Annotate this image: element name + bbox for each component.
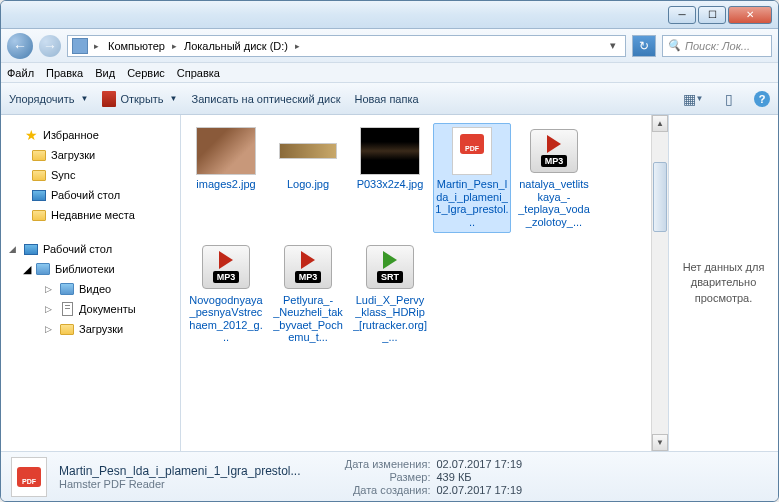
- folder-icon: [60, 324, 74, 335]
- drive-icon: [72, 38, 88, 54]
- file-item[interactable]: MP3Petlyura_-_Neuzheli_tak_byvaet_Pochem…: [269, 239, 347, 349]
- mp3-thumbnail: MP3: [278, 243, 338, 291]
- meta-label: Размер:: [320, 471, 430, 483]
- scroll-down-button[interactable]: ▼: [652, 434, 668, 451]
- maximize-button[interactable]: ☐: [698, 6, 726, 24]
- organize-button[interactable]: Упорядочить▼: [9, 93, 88, 105]
- menubar: Файл Правка Вид Сервис Справка: [1, 63, 778, 83]
- meta-value: 02.07.2017 17:19: [436, 484, 522, 496]
- close-button[interactable]: ✕: [728, 6, 772, 24]
- file-item[interactable]: MP3Novogodnyaya_pesnyaVstrechaem_2012_g.…: [187, 239, 265, 349]
- address-dropdown[interactable]: ▾: [605, 39, 621, 52]
- navbar: ← → ▸ Компьютер ▸ Локальный диск (D:) ▸ …: [1, 29, 778, 63]
- preview-pane: Нет данных для дварительно просмотра.: [668, 115, 778, 451]
- expand-icon: ▷: [45, 304, 55, 314]
- desktop-icon: [24, 244, 38, 255]
- file-name-label: natalya_vetlitskaya_-_teplaya_voda_zolot…: [517, 178, 591, 229]
- file-name-label: Martin_Pesn_lda_i_plameni_1_Igra_prestol…: [435, 178, 509, 229]
- file-name-label: Ludi_X_Pervy_klass_HDRip_[rutracker.org]…: [353, 294, 427, 345]
- file-name-label: Logo.jpg: [287, 178, 329, 191]
- status-meta-row: Дата изменения:02.07.2017 17:19: [320, 458, 522, 470]
- expand-icon: ◢: [23, 263, 31, 276]
- breadcrumb: Компьютер ▸ Локальный диск (D:) ▸: [105, 40, 302, 52]
- file-item[interactable]: SRTLudi_X_Pervy_klass_HDRip_[rutracker.o…: [351, 239, 429, 349]
- star-icon: ★: [23, 127, 39, 143]
- view-options-button[interactable]: ▦ ▼: [682, 88, 704, 110]
- file-item[interactable]: Logo.jpg: [269, 123, 347, 233]
- sidebar-item-downloads[interactable]: Загрузки: [5, 145, 176, 165]
- folder-icon: [32, 170, 46, 181]
- sidebar-favorites[interactable]: ★ Избранное: [5, 125, 176, 145]
- sidebar-item-desktop[interactable]: Рабочий стол: [5, 185, 176, 205]
- scrollbar-vertical[interactable]: ▲ ▼: [651, 115, 668, 451]
- crumb-drive[interactable]: Локальный диск (D:): [181, 40, 291, 52]
- image-thumbnail: [360, 127, 420, 175]
- file-item[interactable]: P033x2z4.jpg: [351, 123, 429, 233]
- search-input[interactable]: 🔍 Поиск: Лок...: [662, 35, 772, 57]
- sidebar-libraries[interactable]: ◢ Библиотеки: [5, 259, 176, 279]
- menu-view[interactable]: Вид: [95, 67, 115, 79]
- new-folder-button[interactable]: Новая папка: [354, 93, 418, 105]
- menu-edit[interactable]: Правка: [46, 67, 83, 79]
- video-icon: [60, 283, 74, 295]
- meta-label: Дата создания:: [320, 484, 430, 496]
- meta-value: 439 КБ: [436, 471, 471, 483]
- menu-tools[interactable]: Сервис: [127, 67, 165, 79]
- expand-icon: ▷: [45, 324, 55, 334]
- sidebar: ★ Избранное Загрузки Sync Рабочий стол Н…: [1, 115, 181, 451]
- expand-icon: ▷: [45, 284, 55, 294]
- file-item[interactable]: images2.jpg: [187, 123, 265, 233]
- scroll-up-button[interactable]: ▲: [652, 115, 668, 132]
- libraries-icon: [36, 263, 50, 275]
- sidebar-item-sync[interactable]: Sync: [5, 165, 176, 185]
- srt-thumbnail: SRT: [360, 243, 420, 291]
- scroll-thumb[interactable]: [653, 162, 667, 232]
- open-button[interactable]: Открыть▼: [102, 91, 177, 107]
- preview-pane-button[interactable]: ▯: [718, 88, 740, 110]
- statusbar: PDF Martin_Pesn_lda_i_plameni_1_Igra_pre…: [1, 451, 778, 501]
- status-meta-row: Размер:439 КБ: [320, 471, 522, 483]
- pdf-app-icon: [102, 91, 116, 107]
- menu-file[interactable]: Файл: [7, 67, 34, 79]
- file-content-area[interactable]: jpg images2.jpgLogo.jpgP033x2z4.jpgPDFMa…: [181, 115, 651, 451]
- status-app: Hamster PDF Reader: [59, 478, 300, 490]
- meta-label: Дата изменения:: [320, 458, 430, 470]
- file-name-label: P033x2z4.jpg: [357, 178, 424, 191]
- folder-icon: [32, 150, 46, 161]
- status-meta-row: Дата создания:02.07.2017 17:19: [320, 484, 522, 496]
- status-file-icon: PDF: [11, 457, 47, 497]
- scroll-track[interactable]: [652, 132, 668, 434]
- burn-button[interactable]: Записать на оптический диск: [192, 93, 341, 105]
- refresh-button[interactable]: ↻: [632, 35, 656, 57]
- search-placeholder: Поиск: Лок...: [685, 40, 750, 52]
- sidebar-item-videos[interactable]: ▷Видео: [5, 279, 176, 299]
- file-name-label: Novogodnyaya_pesnyaVstrechaem_2012_g...: [189, 294, 263, 345]
- help-button[interactable]: ?: [754, 91, 770, 107]
- preview-text: Нет данных для дварительно просмотра.: [677, 260, 770, 306]
- titlebar[interactable]: ─ ☐ ✕: [1, 1, 778, 29]
- nav-back-button[interactable]: ←: [7, 33, 33, 59]
- expand-icon: ◢: [9, 244, 19, 254]
- nav-forward-button[interactable]: →: [39, 35, 61, 57]
- file-name-label: images2.jpg: [196, 178, 255, 191]
- image-thumbnail: [196, 127, 256, 175]
- sidebar-item-recent[interactable]: Недавние места: [5, 205, 176, 225]
- chevron-right-icon[interactable]: ▸: [92, 41, 101, 51]
- file-name-label: Petlyura_-_Neuzheli_tak_byvaet_Pochemu_t…: [271, 294, 345, 345]
- address-bar[interactable]: ▸ Компьютер ▸ Локальный диск (D:) ▸ ▾: [67, 35, 626, 57]
- sidebar-item-lib-downloads[interactable]: ▷Загрузки: [5, 319, 176, 339]
- meta-value: 02.07.2017 17:19: [436, 458, 522, 470]
- sidebar-item-documents[interactable]: ▷Документы: [5, 299, 176, 319]
- menu-help[interactable]: Справка: [177, 67, 220, 79]
- file-item[interactable]: PDFMartin_Pesn_lda_i_plameni_1_Igra_pres…: [433, 123, 511, 233]
- chevron-right-icon[interactable]: ▸: [170, 41, 179, 51]
- document-icon: [62, 302, 73, 316]
- crumb-computer[interactable]: Компьютер: [105, 40, 168, 52]
- file-item[interactable]: MP3natalya_vetlitskaya_-_teplaya_voda_zo…: [515, 123, 593, 233]
- sidebar-desktop-root[interactable]: ◢ Рабочий стол: [5, 239, 176, 259]
- image-thumbnail: [279, 143, 337, 159]
- pdf-thumbnail: PDF: [442, 127, 502, 175]
- minimize-button[interactable]: ─: [668, 6, 696, 24]
- mp3-thumbnail: MP3: [524, 127, 584, 175]
- chevron-right-icon[interactable]: ▸: [293, 41, 302, 51]
